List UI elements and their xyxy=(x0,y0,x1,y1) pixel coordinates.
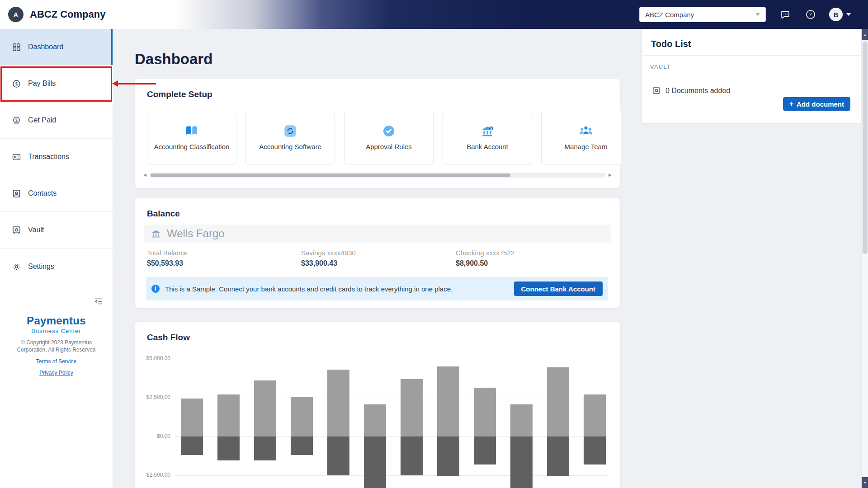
get-paid-icon: $ xyxy=(12,116,21,125)
cashflow-bar-out xyxy=(437,436,459,476)
sidebar-item-label: Vault xyxy=(28,226,44,234)
tile-accounting-classification[interactable]: Accounting Classification xyxy=(147,111,236,164)
tile-label: Accounting Software xyxy=(259,143,321,151)
complete-setup-card: Complete Setup Accounting Classification xyxy=(135,78,620,188)
tile-label: Accounting Classification xyxy=(154,143,230,151)
savings-column: Savings xxxx4930 $33,900.43 xyxy=(301,249,356,267)
company-select-value: ABCZ Company xyxy=(645,11,694,19)
scroll-down-button[interactable]: ▼ xyxy=(862,477,868,488)
bank-icon: $ xyxy=(480,124,495,138)
company-name: ABCZ Company xyxy=(30,9,105,20)
sidebar-item-label: Settings xyxy=(28,263,54,271)
balance-value: $33,900.43 xyxy=(301,259,356,267)
tile-label: Approval Rules xyxy=(366,143,412,151)
cashflow-bar-out xyxy=(547,436,569,476)
team-icon xyxy=(579,124,593,138)
help-icon[interactable]: ? xyxy=(805,9,816,20)
transactions-icon xyxy=(12,152,21,162)
cashflow-bar-in xyxy=(327,370,349,436)
header-left: A ABCZ Company xyxy=(8,7,105,22)
sample-note: This is a Sample. Connect your bank acco… xyxy=(165,285,453,293)
chevron-down-icon xyxy=(755,13,760,16)
sidebar-item-vault[interactable]: Vault xyxy=(0,212,113,249)
user-avatar[interactable]: B xyxy=(829,8,843,21)
sidebar-item-label: Get Paid xyxy=(28,116,56,124)
cashflow-bar-out xyxy=(474,436,496,465)
setup-horizontal-scrollbar[interactable] xyxy=(150,173,605,178)
balance-label: Total Balance xyxy=(147,249,188,257)
settings-icon xyxy=(12,262,21,272)
scroll-right-arrow-icon[interactable]: ▶ xyxy=(609,173,612,178)
user-menu-caret-icon[interactable] xyxy=(846,13,851,16)
svg-text:?: ? xyxy=(809,12,812,18)
todo-list-title: Todo List xyxy=(651,39,691,49)
info-icon: i xyxy=(151,285,160,293)
company-select[interactable]: ABCZ Company xyxy=(639,7,766,22)
scroll-up-button[interactable]: ▲ xyxy=(862,29,868,40)
sidebar-item-contacts[interactable]: Contacts xyxy=(0,175,113,212)
cashflow-bar-in xyxy=(364,404,386,436)
balance-label: Savings xxxx4930 xyxy=(301,249,356,257)
sample-banner: i This is a Sample. Connect your bank ac… xyxy=(146,277,608,300)
connect-bank-account-button[interactable]: Connect Bank Account xyxy=(514,282,603,296)
scrollbar-thumb[interactable] xyxy=(863,42,868,254)
balance-label: Checking xxxx7522 xyxy=(456,249,514,257)
total-balance-column: Total Balance $50,593.93 xyxy=(147,249,188,267)
pay-bills-icon: $ xyxy=(12,79,21,89)
collapse-sidebar-button[interactable] xyxy=(94,296,104,307)
gridline xyxy=(175,359,609,359)
scroll-left-arrow-icon[interactable]: ◀ xyxy=(143,173,146,178)
cashflow-bar-in xyxy=(291,397,313,436)
vault-icon xyxy=(12,225,21,235)
app-header: A ABCZ Company ABCZ Company ? xyxy=(0,0,868,29)
plus-icon: + xyxy=(789,100,793,108)
check-badge-icon xyxy=(382,124,396,138)
cashflow-bar-out xyxy=(510,436,533,488)
chat-icon[interactable] xyxy=(779,9,791,20)
tile-label: Manage Team xyxy=(565,143,608,151)
y-tick-label: $2,500.00 xyxy=(138,394,170,400)
svg-text:$: $ xyxy=(15,117,18,122)
add-document-button[interactable]: + Add document xyxy=(783,97,850,111)
cashflow-bar-in xyxy=(547,367,569,436)
setup-scrollbar-thumb[interactable] xyxy=(151,174,510,177)
setup-tiles-row: Accounting Classification Accounting Sof… xyxy=(147,111,621,164)
cashflow-bar-out xyxy=(327,436,349,475)
sidebar-item-dashboard[interactable]: Dashboard xyxy=(0,29,113,66)
cashflow-bar-out xyxy=(181,436,203,455)
sidebar-item-settings[interactable]: Settings xyxy=(0,249,113,285)
y-tick-label: -$2,500.00 xyxy=(138,472,170,478)
checking-column: Checking xxxx7522 $8,900.50 xyxy=(456,249,514,267)
documents-added-text: 0 Documents added xyxy=(665,87,730,95)
vault-section-label: VAULT xyxy=(650,63,671,70)
todo-list-panel: Todo List VAULT 0 Documents added + Add … xyxy=(642,29,861,123)
sidebar-item-get-paid[interactable]: $ Get Paid xyxy=(0,102,113,139)
bank-row: Wells Fargo xyxy=(144,225,611,243)
app-root: A ABCZ Company ABCZ Company ? xyxy=(0,0,868,488)
cash-flow-chart: $5,000.00 $2,500.00 $0.00 -$2,500.00 xyxy=(135,322,620,488)
y-tick-label: $5,000.00 xyxy=(138,355,170,361)
privacy-policy-link[interactable]: Privacy Policy xyxy=(0,370,113,376)
sidebar-item-label: Dashboard xyxy=(28,43,63,51)
tile-approval-rules[interactable]: Approval Rules xyxy=(344,111,434,164)
tile-accounting-software[interactable]: Accounting Software xyxy=(245,111,335,164)
gridline xyxy=(175,475,609,476)
balance-card: Balance Wells Fargo Total Balance $50,59… xyxy=(135,197,620,308)
cashflow-bar-in xyxy=(217,394,240,436)
cashflow-bar-in xyxy=(510,404,533,436)
cashflow-bar-out xyxy=(364,436,386,488)
dashboard-icon xyxy=(12,42,21,52)
cashflow-bar-out xyxy=(254,436,276,460)
tile-manage-team[interactable]: Manage Team xyxy=(541,111,621,164)
terms-of-service-link[interactable]: Terms of Service xyxy=(0,358,113,365)
svg-text:$: $ xyxy=(490,126,493,131)
sidebar-item-transactions[interactable]: Transactions xyxy=(0,139,113,175)
sidebar-item-pay-bills[interactable]: $ Pay Bills xyxy=(0,66,113,102)
page-scrollbar[interactable]: ▲ ▼ xyxy=(861,29,868,488)
svg-text:$: $ xyxy=(15,81,18,86)
sync-icon xyxy=(283,124,297,138)
tile-bank-account[interactable]: $ Bank Account xyxy=(443,111,532,164)
company-avatar: A xyxy=(8,7,24,22)
bank-building-icon xyxy=(151,228,161,239)
vault-icon xyxy=(652,86,661,95)
